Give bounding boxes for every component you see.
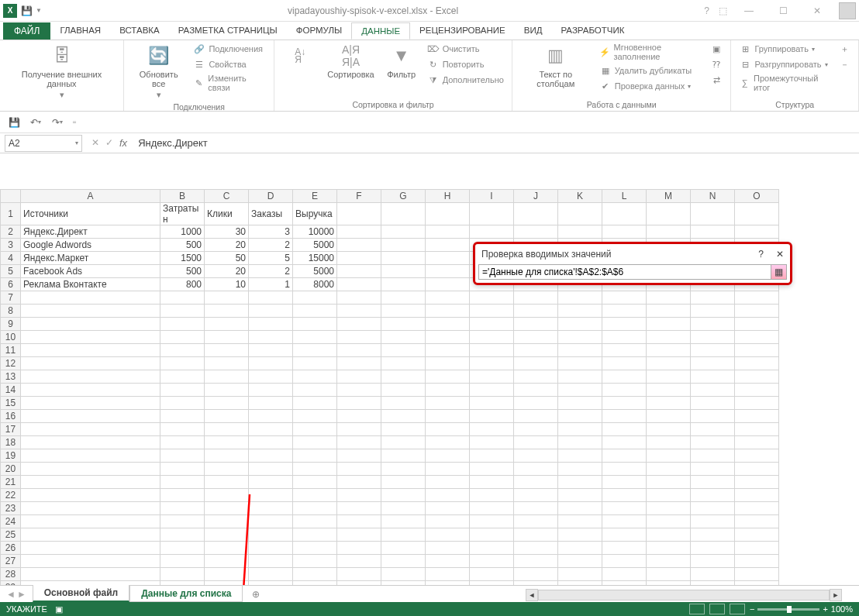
cell[interactable] [735,410,779,423]
cell[interactable] [691,331,735,344]
cell[interactable] [160,423,205,436]
normal-view-button[interactable] [689,604,705,614]
cell[interactable] [558,476,602,489]
column-header[interactable]: L [602,190,647,203]
cell[interactable] [381,331,426,344]
cell[interactable] [691,384,735,397]
cell[interactable] [249,331,293,344]
reapply-button[interactable]: ↻Повторить [426,57,505,71]
cell[interactable] [160,357,205,370]
cell[interactable] [426,370,470,384]
cell[interactable]: 1500 [160,252,205,265]
cell[interactable] [337,370,381,384]
cell[interactable] [691,344,735,357]
cell[interactable]: 500 [160,239,205,252]
cell[interactable] [514,463,558,476]
row-header[interactable]: 14 [1,384,21,397]
cell[interactable] [426,225,470,239]
cell[interactable] [691,318,735,331]
ribbon-tab-главная[interactable]: ГЛАВНАЯ [50,22,110,40]
cell[interactable] [21,476,160,489]
cell[interactable] [293,291,337,305]
cell[interactable] [249,410,293,423]
cell[interactable] [514,423,558,436]
row-header[interactable]: 27 [1,555,21,568]
cell[interactable] [205,410,249,423]
cell[interactable] [381,436,426,449]
cell[interactable]: 1000 [160,225,205,239]
cell[interactable] [602,225,647,239]
cell[interactable] [381,463,426,476]
cell[interactable] [205,344,249,357]
row-header[interactable]: 26 [1,542,21,555]
row-header[interactable]: 10 [1,331,21,344]
data-validation-button[interactable]: ✔Проверка данных ▾ [598,79,705,93]
cell[interactable] [426,489,470,502]
cell[interactable] [602,305,647,318]
cell[interactable] [470,397,514,410]
cell[interactable] [381,203,426,225]
cell[interactable] [558,410,602,423]
cell[interactable] [293,555,337,568]
cell[interactable] [514,489,558,502]
properties-button[interactable]: ☰Свойства [191,57,267,71]
cell[interactable] [249,555,293,568]
cell[interactable] [337,568,381,581]
cell[interactable] [381,291,426,305]
cell[interactable] [293,370,337,384]
cell[interactable] [381,476,426,489]
cell[interactable] [470,410,514,423]
zoom-out-button[interactable]: − [750,604,754,614]
cell[interactable] [205,515,249,528]
ribbon-tab-вид[interactable]: ВИД [515,22,552,40]
cell[interactable] [470,305,514,318]
cell[interactable]: 20 [205,239,249,252]
column-header[interactable]: H [426,190,470,203]
cell[interactable]: 3 [249,225,293,239]
cell[interactable] [602,397,647,410]
cell[interactable] [691,291,735,305]
cell[interactable] [337,410,381,423]
cell[interactable] [337,397,381,410]
row-header[interactable]: 2 [1,225,21,239]
cell[interactable] [647,542,691,555]
row-header[interactable]: 22 [1,489,21,502]
cell[interactable] [514,305,558,318]
cell[interactable] [205,305,249,318]
column-header[interactable]: O [735,190,779,203]
cell[interactable] [558,357,602,370]
cell[interactable] [426,568,470,581]
text-to-columns-button[interactable]: ▥ Текст по столбцам [519,42,593,90]
flash-fill-button[interactable]: ⚡Мгновенное заполнение [598,42,705,62]
get-external-data-button[interactable]: 🗄 Получение внешних данных▾ [6,42,117,101]
cell[interactable]: 8000 [293,278,337,291]
cell[interactable] [602,502,647,515]
cell[interactable] [647,344,691,357]
row-header[interactable]: 28 [1,568,21,581]
cell[interactable] [249,357,293,370]
cell[interactable]: Google Adwords [21,239,160,252]
cell[interactable] [381,449,426,463]
cell[interactable] [337,542,381,555]
cell[interactable] [426,252,470,265]
hide-detail-button[interactable]: － [837,57,852,71]
cell[interactable] [735,384,779,397]
cell[interactable] [160,410,205,423]
cell[interactable] [205,291,249,305]
cell[interactable] [735,397,779,410]
cell[interactable] [470,528,514,542]
cell[interactable] [514,449,558,463]
row-header[interactable]: 17 [1,423,21,436]
cell[interactable] [21,305,160,318]
cell[interactable] [249,568,293,581]
row-header[interactable]: 21 [1,476,21,489]
ribbon-tab-рецензирование[interactable]: РЕЦЕНЗИРОВАНИЕ [410,22,515,40]
cell[interactable]: Яндекс.Директ [21,225,160,239]
zoom-in-button[interactable]: + [823,604,827,614]
qat-customize-icon[interactable]: ＝ [71,118,78,126]
cell[interactable] [337,291,381,305]
group-button[interactable]: ⊞Группировать ▾ [737,42,832,56]
cell[interactable] [426,410,470,423]
cell[interactable] [602,463,647,476]
cell[interactable] [691,410,735,423]
